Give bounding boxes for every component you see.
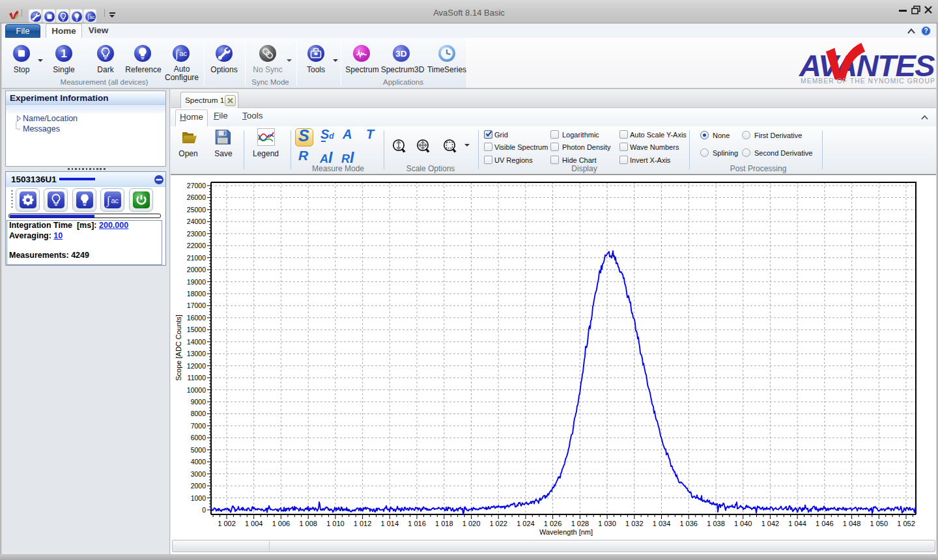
svg-text:ac: ac [180,49,188,57]
svg-text:12000: 12000 [187,362,206,370]
svg-text:1 014: 1 014 [381,520,399,527]
svg-text:26000: 26000 [187,193,206,201]
svg-text:20000: 20000 [187,266,206,273]
svg-text:1 026: 1 026 [544,520,562,527]
svg-text:1 030: 1 030 [598,520,616,527]
svg-text:16000: 16000 [187,314,206,322]
svg-text:19000: 19000 [187,278,206,286]
svg-text:14000: 14000 [187,338,206,346]
svg-text:3000: 3000 [191,470,206,478]
svg-text:11000: 11000 [188,374,206,382]
svg-text:1 006: 1 006 [272,520,291,527]
svg-text:5000: 5000 [191,446,206,454]
svg-text:1 032: 1 032 [625,520,644,527]
svg-text:4000: 4000 [191,458,206,466]
svg-text:1 034: 1 034 [653,520,671,527]
svg-text:1 018: 1 018 [435,520,453,527]
svg-text:1 012: 1 012 [354,520,372,527]
svg-text:1 050: 1 050 [870,520,888,527]
svg-text:1 008: 1 008 [299,520,317,527]
svg-text:1 004: 1 004 [245,520,263,527]
svg-text:8000: 8000 [191,410,206,417]
svg-text:1 046: 1 046 [816,520,834,527]
svg-text:1 044: 1 044 [788,520,806,527]
svg-text:18000: 18000 [187,290,206,298]
svg-text:Wavelength [nm]: Wavelength [nm] [539,528,593,536]
svg-text:15000: 15000 [187,326,206,333]
svg-text:1 024: 1 024 [517,520,535,527]
svg-text:22000: 22000 [187,242,206,249]
svg-text:10000: 10000 [187,386,206,394]
svg-text:9000: 9000 [191,398,206,406]
svg-text:1 038: 1 038 [707,520,725,527]
svg-text:1000: 1000 [191,494,206,502]
svg-text:?: ? [924,27,928,35]
svg-text:24000: 24000 [187,217,206,225]
svg-text:25000: 25000 [187,206,206,214]
svg-text:1 048: 1 048 [843,520,861,527]
svg-text:1 028: 1 028 [571,520,590,527]
svg-text:7000: 7000 [191,422,206,430]
svg-text:13000: 13000 [187,350,206,357]
svg-text:1 022: 1 022 [489,520,507,527]
svg-text:Scope [ADC Counts]: Scope [ADC Counts] [175,315,182,381]
svg-text:27000: 27000 [187,182,206,189]
svg-text:21000: 21000 [187,254,206,262]
svg-text:17000: 17000 [187,301,206,309]
svg-text:0: 0 [202,506,206,514]
svg-text:1 002: 1 002 [218,520,236,527]
svg-text:23000: 23000 [187,230,206,238]
svg-text:1 042: 1 042 [761,520,780,527]
svg-text:1 010: 1 010 [326,520,345,527]
svg-text:6000: 6000 [191,434,206,441]
svg-text:2000: 2000 [191,482,206,490]
svg-text:1 020: 1 020 [462,520,481,527]
svg-text:1: 1 [61,48,66,60]
svg-text:1 052: 1 052 [897,520,915,527]
svg-text:3D: 3D [395,49,407,59]
svg-text:1 016: 1 016 [408,520,426,527]
svg-text:ac: ac [90,14,95,20]
svg-text:ac: ac [111,197,119,204]
svg-text:1 040: 1 040 [734,520,752,527]
svg-text:1 036: 1 036 [679,520,698,527]
